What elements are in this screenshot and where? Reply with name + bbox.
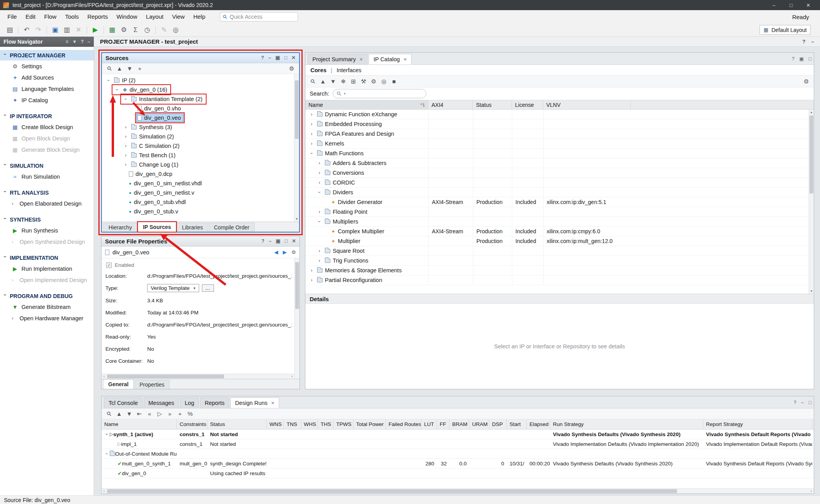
runs-column-header-tns[interactable]: TNS	[284, 419, 301, 429]
quick-access-search[interactable]: ⚲ Quick Access	[220, 12, 298, 21]
expander-closed-icon[interactable]: ›	[316, 180, 323, 185]
maximize-button[interactable]: □	[783, 0, 800, 10]
flow-item-settings[interactable]: ⚙Settings	[0, 60, 94, 72]
runs-column-header-status[interactable]: Status	[207, 419, 267, 429]
catalog-subtab-interfaces[interactable]: Interfaces	[337, 67, 362, 73]
catalog-row-memories-storage-elements[interactable]: ›Memories & Storage Elements	[305, 266, 814, 275]
flow-section-header-implementation[interactable]: ›IMPLEMENTATION	[0, 252, 94, 263]
menu-flow[interactable]: Flow	[40, 10, 61, 23]
scrollbar-thumb[interactable]	[295, 80, 299, 139]
expander-closed-icon[interactable]: ›	[123, 162, 129, 167]
flow-item-open-implemented-design[interactable]: ›Open Implemented Design	[0, 274, 94, 286]
scroll-down-icon[interactable]: ▾	[294, 217, 299, 222]
expander-closed-icon[interactable]: ›	[123, 134, 129, 139]
runs-column-header-failed-routes[interactable]: Failed Routes	[386, 419, 421, 429]
close-button[interactable]: ✕	[800, 0, 817, 10]
scroll-left-icon[interactable]: ‹	[102, 374, 107, 379]
runs-column-header-start[interactable]: Start	[507, 419, 527, 429]
catalog-row-divider-generator[interactable]: ✦Divider GeneratorAXI4-StreamProductionI…	[305, 197, 814, 207]
scroll-right-icon[interactable]: ›	[289, 374, 294, 379]
menu-help[interactable]: Help	[189, 10, 210, 23]
expander-closed-icon[interactable]: ›	[308, 131, 315, 137]
sources-tab-libraries[interactable]: Libraries	[177, 223, 208, 232]
flow-item-language-templates[interactable]: ▤Language Templates	[0, 83, 94, 94]
tree-item-div-gen-0-stub-v[interactable]: ●div_gen_0_stub.v	[102, 207, 299, 216]
minimize-button[interactable]: –	[765, 0, 783, 10]
editor-tab-ip-catalog[interactable]: IP Catalog✕	[369, 54, 412, 64]
run-row-out-of-context-module-runs[interactable]: ›Out-of-Context Module Runs	[102, 449, 814, 459]
flow-section-header-synthesis[interactable]: ›SYNTHESIS	[0, 214, 94, 225]
flow-item-open-hardware-manager[interactable]: ›Open Hardware Manager	[0, 312, 94, 324]
runs-column-header-total-power[interactable]: Total Power	[353, 419, 386, 429]
tree-item-c-simulation-2[interactable]: ›C Simulation (2)	[102, 141, 299, 151]
menu-window[interactable]: Window	[112, 10, 141, 23]
flow-item-open-block-design[interactable]: ▦Open Block Design	[0, 133, 94, 144]
expander-closed-icon[interactable]: ›	[308, 141, 315, 146]
bottom-tab-log[interactable]: Log	[180, 398, 199, 408]
layout-selector[interactable]: ▦ Default Layout	[759, 25, 811, 35]
catalog-row-adders-subtracters[interactable]: ›Adders & Subtracters	[305, 158, 814, 168]
tree-item-simulation-2[interactable]: ›Simulation (2)	[102, 132, 299, 141]
tree-item-ip-2[interactable]: ›IP (2)	[102, 76, 299, 85]
type-more-button[interactable]: …	[202, 284, 214, 292]
expander-closed-icon[interactable]: ›	[316, 258, 323, 263]
flow-section-header-program-and-debug[interactable]: ›PROGRAM AND DEBUG	[0, 291, 94, 301]
sources-tab-hierarchy[interactable]: Hierarchy	[103, 223, 137, 232]
sfp-tab-general[interactable]: General	[103, 379, 134, 389]
scrollbar-thumb[interactable]	[107, 374, 224, 378]
expander-closed-icon[interactable]: ›	[123, 124, 129, 130]
run-row-synth-1-active[interactable]: ›▷synth_1 (active)constrs_1Not startedVi…	[102, 429, 814, 439]
bottom-tab-reports[interactable]: Reports	[200, 398, 229, 408]
scroll-left-icon[interactable]: ‹	[102, 489, 107, 494]
catalog-row-multipliers[interactable]: ›Multipliers	[305, 217, 814, 227]
tree-item-instantiation-template-2[interactable]: ›Instantiation Template (2)	[102, 94, 299, 104]
scrollbar-thumb[interactable]	[295, 262, 299, 309]
runs-column-header-tpws[interactable]: TPWS	[333, 419, 353, 429]
flow-item-run-simulation[interactable]: ≈Run Simulation	[0, 171, 94, 182]
catalog-row-trig-functions[interactable]: ›Trig Functions	[305, 256, 814, 266]
runs-column-header-uram[interactable]: URAM	[469, 419, 489, 429]
expander-closed-icon[interactable]: ›	[316, 248, 323, 254]
close-icon[interactable]: ✕	[359, 57, 363, 62]
run-row-div-gen-0[interactable]: ✔div_gen_0Using cached IP results	[102, 469, 814, 478]
bottom-tab-tcl-console[interactable]: Tcl Console	[104, 398, 143, 408]
sources-panel-header[interactable]: Sources ?–▣□✕	[102, 53, 299, 63]
tree-item-div-gen-0-vho[interactable]: div_gen_0.vho	[102, 104, 299, 113]
runs-column-header-bram[interactable]: BRAM	[449, 419, 469, 429]
flow-item-create-block-design[interactable]: ▦Create Block Design	[0, 121, 94, 133]
catalog-scrollbar[interactable]: ▴ ▾	[809, 110, 814, 294]
close-icon[interactable]: ✕	[403, 57, 407, 62]
scroll-right-icon[interactable]: ›	[809, 489, 814, 494]
expander-closed-icon[interactable]: ›	[308, 268, 315, 273]
runs-column-header-dsp[interactable]: DSP	[489, 419, 507, 429]
expander-closed-icon[interactable]: ›	[308, 112, 315, 117]
scrollbar-thumb[interactable]	[809, 115, 813, 193]
catalog-row-math-functions[interactable]: ›Math Functions	[305, 149, 814, 158]
editor-tab-project-summary[interactable]: Project Summary✕	[308, 54, 367, 64]
tree-item-test-bench-1[interactable]: ›Test Bench (1)	[102, 151, 299, 160]
expander-closed-icon[interactable]: ›	[308, 121, 315, 127]
bottom-tab-design-runs[interactable]: Design Runs✕	[230, 398, 279, 408]
flow-item-add-sources[interactable]: +Add Sources	[0, 72, 94, 83]
tree-item-div-gen-0-stub-vhdl[interactable]: ●div_gen_0_stub.vhdl	[102, 197, 299, 207]
expander-open-icon[interactable]: ›	[309, 150, 314, 156]
flow-section-header-simulation[interactable]: ›SIMULATION	[0, 160, 94, 171]
sfp-panel-header[interactable]: Source File Properties ?–▣□✕	[102, 236, 299, 247]
tree-item-div-gen-0-16[interactable]: ›❖div_gen_0 (16)	[102, 85, 299, 94]
menu-layout[interactable]: Layout	[142, 10, 168, 23]
tree-item-div-gen-0-sim-netlist-vhdl[interactable]: ●div_gen_0_sim_netlist.vhdl	[102, 179, 299, 188]
runs-column-header-constraints[interactable]: Constraints	[177, 419, 207, 429]
scrollbar-thumb[interactable]	[107, 489, 677, 493]
column-header-license[interactable]: License	[512, 100, 543, 109]
catalog-row-dynamic-function-exchange[interactable]: ›Dynamic Function eXchange	[305, 110, 814, 119]
runs-column-header-report-strategy[interactable]: Report Strategy	[703, 419, 812, 429]
flow-section-header-project-manager[interactable]: ›PROJECT MANAGER	[0, 50, 94, 60]
runs-column-header-ff[interactable]: FF	[437, 419, 449, 429]
catalog-row-cordic[interactable]: ›CORDIC	[305, 178, 814, 188]
run-row-impl-1[interactable]: ▷impl_1constrs_1Not startedVivado Implem…	[102, 439, 814, 449]
expander-open-icon[interactable]: ›	[317, 189, 322, 195]
catalog-row-kernels[interactable]: ›Kernels	[305, 139, 814, 149]
catalog-row-square-root[interactable]: ›Square Root	[305, 246, 814, 256]
sources-tree-scrollbar[interactable]: ▾	[294, 74, 299, 222]
runs-column-header-name[interactable]: Name	[102, 419, 177, 429]
